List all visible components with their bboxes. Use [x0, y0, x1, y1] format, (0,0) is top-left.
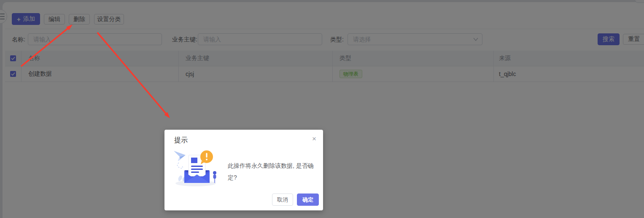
confirm-button-label: 确定	[302, 196, 313, 204]
confirm-dialog: 提示 × 此操作将永久删除该数据, 是否确定? 取消	[164, 130, 323, 210]
confirm-button[interactable]: 确定	[297, 193, 319, 206]
envelope-warning-illustration	[173, 148, 220, 188]
cancel-button[interactable]: 取消	[272, 193, 293, 206]
close-icon[interactable]: ×	[312, 135, 316, 142]
dialog-title: 提示	[174, 136, 188, 145]
dialog-message: 此操作将永久删除该数据, 是否确定?	[228, 160, 315, 183]
cancel-button-label: 取消	[277, 196, 288, 204]
